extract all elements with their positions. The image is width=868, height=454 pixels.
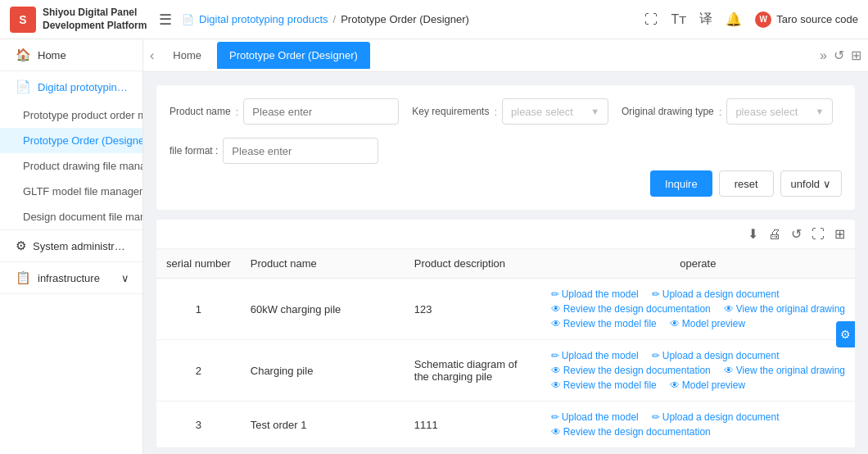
tab-bar: ‹ Home Prototype Order (Designer) » ↺ ⊞ — [143, 39, 868, 72]
operate-link[interactable]: 👁Review the design documentation — [551, 303, 711, 315]
unfold-chevron-icon: ∨ — [823, 178, 831, 190]
sidebar-item-prototype-designer-label: Prototype Order (Designe — [23, 134, 143, 147]
view-icon: 👁 — [551, 379, 561, 391]
menu-toggle-icon[interactable]: ☰ — [156, 7, 175, 32]
breadcrumb-page-icon: 📄 — [182, 14, 194, 25]
view-icon: 👁 — [551, 303, 561, 315]
translate-icon[interactable]: 译 — [699, 11, 712, 28]
edit-icon: ✏ — [652, 288, 660, 300]
table-row: 3Test order 11111✏Upload the model✏Uploa… — [156, 402, 855, 448]
breadcrumb: 📄 Digital prototyping products / Prototy… — [182, 13, 638, 25]
fullscreen-icon[interactable]: ⛶ — [644, 12, 658, 27]
cell-product-desc: Schematic diagram of the charging pile — [405, 340, 541, 402]
breadcrumb-current: Prototype Order (Designer) — [341, 13, 469, 25]
table-card: ⬇ 🖨 ↺ ⛶ ⊞ serial number Product name Pro… — [156, 220, 855, 448]
table-toolbar: ⬇ 🖨 ↺ ⛶ ⊞ — [156, 220, 855, 249]
file-format-input[interactable] — [223, 138, 378, 164]
operate-link-label: Review the design documentation — [563, 426, 711, 438]
filter-file-format-label: file format : — [170, 145, 218, 157]
operate-link[interactable]: 👁Review the design documentation — [551, 426, 711, 438]
sidebar-item-product-drawing[interactable]: Product drawing file mana — [0, 153, 142, 179]
col-header-product-name: Product name — [241, 249, 405, 279]
columns-icon[interactable]: ⊞ — [834, 226, 845, 242]
sidebar: 🏠 Home 📄 Digital prototyping produ Proto… — [0, 39, 143, 454]
product-name-input[interactable] — [243, 98, 399, 125]
operate-link-label: Review the model file — [563, 379, 657, 391]
sidebar-collapse-icon[interactable]: ‹ — [150, 48, 154, 63]
operate-link[interactable]: 👁View the original drawing — [724, 365, 845, 376]
taro-source-button[interactable]: W Taro source code — [755, 11, 858, 28]
key-requirements-select[interactable]: please select ▼ — [502, 98, 608, 125]
reset-button[interactable]: reset — [719, 170, 774, 197]
bell-icon[interactable]: 🔔 — [726, 11, 742, 27]
settings-sidebar-tab[interactable]: ⚙ — [836, 321, 855, 347]
refresh-icon[interactable]: ↺ — [791, 226, 802, 242]
tabs-refresh-icon[interactable]: ↺ — [834, 48, 844, 63]
digital-icon: 📄 — [16, 79, 31, 94]
sidebar-section-home: 🏠 Home — [0, 39, 142, 71]
font-size-icon[interactable]: Tᴛ — [671, 11, 686, 27]
operate-link[interactable]: 👁Review the design documentation — [551, 365, 711, 376]
original-drawing-select[interactable]: please select ▼ — [726, 98, 833, 125]
expand-icon[interactable]: ⛶ — [811, 227, 825, 242]
operate-link[interactable]: ✏Upload the model — [551, 411, 639, 423]
edit-icon: ✏ — [551, 288, 559, 300]
operate-link[interactable]: 👁Model preview — [670, 379, 745, 391]
taro-logo-icon: W — [755, 11, 771, 28]
filter-original-drawing: Original drawing type : please select ▼ — [622, 98, 833, 125]
sidebar-item-prototype-designer[interactable]: Prototype Order (Designe — [0, 128, 142, 153]
page-content: Product name : Key requirements : please… — [143, 72, 868, 454]
filter-key-requirements: Key requirements : please select ▼ — [412, 98, 608, 125]
view-icon: 👁 — [670, 318, 680, 329]
sidebar-item-digital[interactable]: 📄 Digital prototyping produ — [0, 71, 142, 102]
view-icon: 👁 — [551, 365, 561, 376]
operate-link[interactable]: 👁View the original drawing — [724, 303, 845, 315]
operate-link[interactable]: ✏Upload the model — [551, 288, 639, 300]
view-icon: 👁 — [670, 379, 680, 391]
inquire-button[interactable]: Inquire — [650, 170, 712, 197]
breadcrumb-root[interactable]: Digital prototyping products — [199, 13, 328, 25]
tabs-grid-icon[interactable]: ⊞ — [851, 48, 861, 63]
sidebar-item-prototype-order[interactable]: Prototype product order m — [0, 102, 142, 128]
operate-link-label: View the original drawing — [736, 365, 845, 376]
operate-link-label: Upload a design document — [662, 288, 780, 300]
operate-link[interactable]: ✏Upload a design document — [652, 411, 780, 423]
cell-product-name: 60kW charging pile — [241, 279, 405, 340]
breadcrumb-separator: / — [333, 13, 337, 25]
sidebar-item-design-doc-label: Design document file man — [23, 211, 143, 223]
print-icon[interactable]: 🖨 — [768, 227, 781, 242]
filter-row-1: Product name : Key requirements : please… — [170, 98, 842, 164]
sidebar-item-infrastructure[interactable]: 📋 infrastructure ∨ — [0, 262, 142, 293]
cell-product-desc: 1111 — [405, 402, 541, 448]
operate-link-label: Upload a design document — [662, 350, 780, 361]
cell-product-name: Charging pile — [241, 340, 405, 402]
sidebar-item-system-admin[interactable]: ⚙ System administration — [0, 230, 142, 261]
unfold-button[interactable]: unfold ∨ — [780, 170, 842, 197]
key-requirements-value: please select — [511, 106, 573, 118]
operate-link[interactable]: ✏Upload the model — [551, 350, 639, 361]
sidebar-item-design-doc[interactable]: Design document file man — [0, 204, 142, 229]
operate-link[interactable]: 👁Review the model file — [551, 379, 657, 391]
filter-product-name-label: Product name — [170, 106, 231, 117]
operate-link[interactable]: ✏Upload a design document — [652, 288, 780, 300]
view-icon: 👁 — [724, 365, 734, 376]
sidebar-section-infra: 📋 infrastructure ∨ — [0, 262, 142, 294]
tab-home[interactable]: Home — [160, 42, 214, 69]
operate-link[interactable]: 👁Review the model file — [551, 318, 657, 329]
sidebar-item-system-admin-label: System administration — [33, 240, 129, 252]
download-icon[interactable]: ⬇ — [748, 226, 758, 242]
sidebar-item-gltf-model[interactable]: GLTF model file managem — [0, 179, 142, 204]
operate-link[interactable]: ✏Upload a design document — [652, 350, 780, 361]
original-drawing-arrow-icon: ▼ — [815, 107, 824, 116]
top-header: S Shiyou Digital Panel Development Platf… — [0, 0, 868, 39]
key-requirements-arrow-icon: ▼ — [590, 107, 599, 116]
cell-operate: ✏Upload the model✏Upload a design docume… — [541, 340, 855, 402]
tab-prototype-order[interactable]: Prototype Order (Designer) — [217, 42, 370, 69]
table-header-row: serial number Product name Product descr… — [156, 249, 855, 279]
tabs-more-icon[interactable]: » — [820, 48, 827, 63]
sidebar-item-home[interactable]: 🏠 Home — [0, 39, 142, 70]
logo-icon: S — [10, 7, 36, 33]
operate-link[interactable]: 👁Model preview — [670, 318, 745, 329]
cell-operate: ✏Upload the model✏Upload a design docume… — [541, 279, 855, 340]
taro-source-label: Taro source code — [776, 13, 858, 25]
